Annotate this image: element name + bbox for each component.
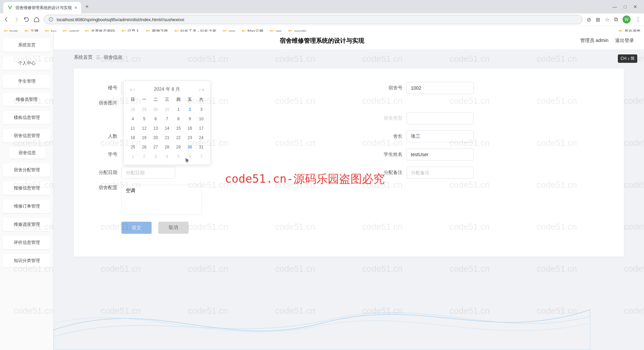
dp-day[interactable]: 22 bbox=[173, 133, 184, 142]
dp-day[interactable]: 28 bbox=[127, 105, 139, 114]
breadcrumb-current: 宿舍信息 bbox=[104, 54, 122, 60]
dp-weekday: 六 bbox=[196, 94, 207, 105]
bookmark-star-icon[interactable]: ☆ bbox=[605, 16, 609, 23]
key-icon[interactable]: ⊘ bbox=[587, 16, 591, 23]
input-xingming[interactable] bbox=[407, 148, 474, 161]
breadcrumb-home[interactable]: 系统首页 bbox=[74, 54, 93, 60]
dp-day[interactable]: 17 bbox=[196, 124, 207, 133]
dp-weekday: 一 bbox=[139, 94, 150, 105]
dp-day[interactable]: 29 bbox=[173, 142, 184, 152]
sidebar-item[interactable]: 知识分类管理 bbox=[3, 254, 51, 267]
dp-day[interactable]: 20 bbox=[150, 133, 161, 142]
sidebar-item[interactable]: 维修订单管理 bbox=[3, 200, 51, 213]
logout-link[interactable]: 退出登录 bbox=[615, 38, 634, 44]
vue-favicon-icon bbox=[7, 5, 13, 10]
home-icon[interactable] bbox=[34, 16, 40, 23]
dp-title: 2024 年 8 月 bbox=[154, 86, 180, 92]
dp-day[interactable]: 11 bbox=[127, 124, 139, 133]
sidebar-item-child[interactable]: 宿舍信息 bbox=[9, 147, 46, 159]
tab-bar: 宿舍维修管理系统的设计与实现 × + — □ ✕ bbox=[0, 0, 644, 13]
dp-day[interactable]: 31 bbox=[196, 142, 207, 152]
cancel-button[interactable]: 取消 bbox=[158, 222, 189, 234]
dp-day[interactable]: 8 bbox=[173, 114, 184, 124]
label-shezhang: 舍长 bbox=[376, 133, 402, 139]
new-tab-button[interactable]: + bbox=[85, 3, 89, 10]
dp-day[interactable]: 6 bbox=[184, 152, 196, 161]
dp-day[interactable]: 1 bbox=[127, 152, 139, 161]
dp-day[interactable]: 3 bbox=[196, 105, 207, 114]
dp-day[interactable]: 28 bbox=[161, 142, 173, 152]
browser-tab[interactable]: 宿舍维修管理系统的设计与实现 × bbox=[3, 2, 81, 13]
dp-prev-year-icon[interactable]: « ‹ bbox=[130, 87, 135, 92]
forward-icon[interactable] bbox=[13, 16, 19, 23]
input-shezhang[interactable] bbox=[407, 130, 474, 142]
sidebar-item[interactable]: 系统首页 bbox=[3, 38, 51, 52]
dp-day[interactable]: 1 bbox=[173, 105, 184, 114]
dp-day[interactable]: 12 bbox=[139, 124, 150, 133]
dp-day[interactable]: 30 bbox=[184, 142, 196, 152]
menu-icon[interactable]: ⋮ bbox=[635, 16, 641, 23]
sidebar-item[interactable]: 宿舍信息管理 bbox=[3, 129, 51, 142]
dp-day[interactable]: 7 bbox=[161, 114, 173, 124]
window-maximize-icon[interactable]: □ bbox=[624, 4, 627, 9]
label-xuehao: 学号 bbox=[91, 151, 117, 158]
window-controls: — □ ✕ bbox=[612, 4, 641, 9]
dp-day[interactable]: 15 bbox=[173, 124, 184, 133]
dp-day[interactable]: 4 bbox=[127, 114, 139, 124]
dp-weekday: 四 bbox=[173, 94, 184, 105]
input-fenpeibeizhu[interactable] bbox=[407, 167, 474, 179]
sidebar-item[interactable]: 个人中心 bbox=[3, 56, 51, 70]
dp-day[interactable]: 30 bbox=[150, 105, 161, 114]
sidebar-item[interactable]: 报修信息管理 bbox=[3, 181, 51, 195]
dp-day[interactable]: 7 bbox=[196, 152, 207, 161]
input-hidden1[interactable] bbox=[407, 112, 474, 124]
sidebar-item[interactable]: 楼栋信息管理 bbox=[3, 111, 51, 124]
window-minimize-icon[interactable]: — bbox=[612, 4, 617, 9]
dp-day[interactable]: 19 bbox=[139, 133, 150, 142]
dp-day[interactable]: 10 bbox=[196, 114, 207, 124]
dp-day[interactable]: 29 bbox=[139, 105, 150, 114]
dp-day[interactable]: 25 bbox=[127, 142, 139, 152]
dp-day[interactable]: 2 bbox=[184, 105, 196, 114]
dp-day[interactable]: 13 bbox=[150, 124, 161, 133]
sidebar-item[interactable]: 宿舍分配管理 bbox=[3, 163, 51, 177]
textarea-peizhi[interactable] bbox=[121, 185, 202, 215]
extensions-icon[interactable]: ⧉ bbox=[614, 16, 618, 23]
profile-avatar[interactable]: W bbox=[623, 15, 631, 24]
input-sushehao[interactable] bbox=[407, 82, 474, 94]
info-icon: i bbox=[49, 17, 53, 22]
dp-next-year-icon[interactable]: › » bbox=[199, 87, 204, 92]
input-fenpeiriqi[interactable] bbox=[121, 167, 175, 179]
translate-icon[interactable]: ⊞ bbox=[596, 16, 600, 23]
url-input[interactable]: i localhost:8080/springbootsq95x/admin/d… bbox=[44, 15, 583, 24]
dp-day[interactable]: 27 bbox=[150, 142, 161, 152]
dp-day[interactable]: 3 bbox=[150, 152, 161, 161]
dp-day[interactable]: 21 bbox=[161, 133, 173, 142]
dp-day[interactable]: 2 bbox=[139, 152, 150, 161]
dp-day[interactable]: 14 bbox=[161, 124, 173, 133]
dp-day[interactable]: 4 bbox=[161, 152, 173, 161]
sidebar-item[interactable]: 评价信息管理 bbox=[3, 236, 51, 249]
back-icon[interactable] bbox=[3, 16, 9, 23]
wave-decoration bbox=[54, 290, 590, 350]
reload-icon[interactable] bbox=[23, 16, 30, 23]
dp-day[interactable]: 5 bbox=[139, 114, 150, 124]
dp-day[interactable]: 9 bbox=[184, 114, 196, 124]
main-area: 宿舍维修管理系统的设计与实现 管理员 admin 退出登录 系统首页 ☰ 宿舍信… bbox=[54, 32, 644, 350]
label-sushehao: 宿舍号 bbox=[376, 85, 402, 91]
dp-day[interactable]: 16 bbox=[184, 124, 196, 133]
dp-day[interactable]: 31 bbox=[161, 105, 173, 114]
submit-button[interactable]: 提交 bbox=[121, 222, 152, 234]
sidebar-item[interactable]: 学生管理 bbox=[3, 75, 51, 88]
dp-day[interactable]: 24 bbox=[196, 133, 207, 142]
sidebar-item[interactable]: 维修进度管理 bbox=[3, 218, 51, 231]
tab-close-icon[interactable]: × bbox=[74, 5, 77, 10]
dp-day[interactable]: 26 bbox=[139, 142, 150, 152]
tab-title: 宿舍维修管理系统的设计与实现 bbox=[15, 5, 72, 11]
dp-day[interactable]: 18 bbox=[127, 133, 139, 142]
window-close-icon[interactable]: ✕ bbox=[633, 4, 637, 9]
dp-day[interactable]: 5 bbox=[173, 152, 184, 161]
dp-day[interactable]: 23 bbox=[184, 133, 196, 142]
sidebar-item[interactable]: 维修员管理 bbox=[3, 93, 51, 106]
dp-day[interactable]: 6 bbox=[150, 114, 161, 124]
